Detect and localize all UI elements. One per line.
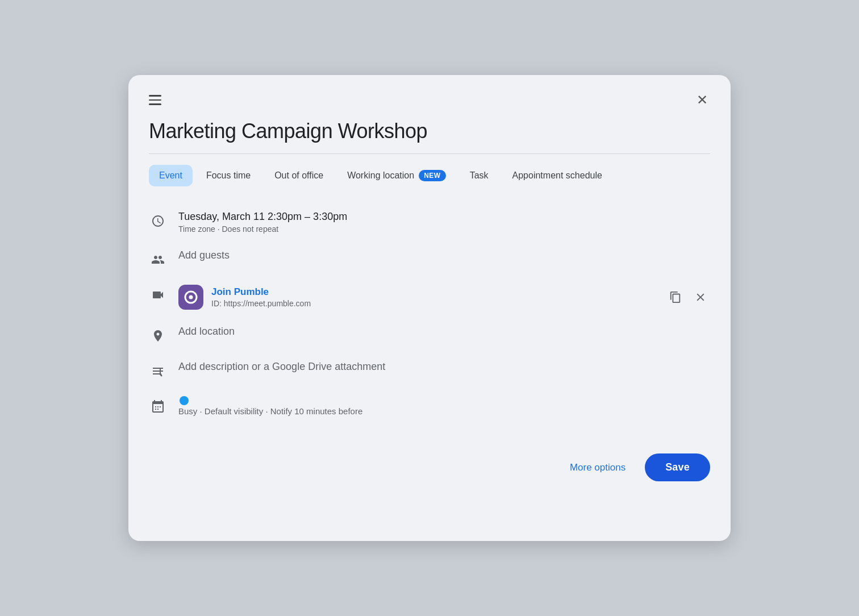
add-location-row: Add location [149, 318, 710, 353]
tab-working-location[interactable]: Working location NEW [337, 164, 456, 187]
event-title: Marketing Campaign Workshop [149, 119, 710, 143]
close-button[interactable]: ✕ [694, 91, 710, 109]
calendar-status-content[interactable]: Busy · Default visibility · Notify 10 mi… [178, 396, 710, 416]
event-creation-modal: ✕ Marketing Campaign Workshop Event Focu… [128, 75, 731, 541]
new-badge: NEW [419, 170, 446, 181]
tab-event[interactable]: Event [149, 165, 193, 186]
add-description-text: Add description or a Google Drive attach… [178, 361, 710, 373]
video-row: Join Pumble ID: https://meet.pumble.com [149, 277, 710, 318]
join-pumble-link[interactable]: Join Pumble [211, 286, 269, 297]
add-description-row: Add description or a Google Drive attach… [149, 353, 710, 388]
tabs-section: Event Focus time Out of office Working l… [128, 154, 731, 187]
svg-point-1 [189, 295, 193, 299]
pumble-logo [178, 285, 203, 310]
notification-dot [180, 396, 189, 405]
save-button[interactable]: Save [645, 453, 710, 481]
tab-out-of-office[interactable]: Out of office [264, 165, 333, 186]
join-pumble-id: ID: https://meet.pumble.com [211, 299, 311, 308]
add-location-text: Add location [178, 326, 710, 338]
title-section: Marketing Campaign Workshop [128, 109, 731, 143]
datetime-main: Tuesday, March 11 2:30pm – 3:30pm [178, 211, 710, 223]
copy-link-button[interactable] [666, 288, 685, 307]
modal-header: ✕ [128, 75, 731, 109]
notification-dot-wrapper [178, 396, 710, 405]
add-guests-row: Add guests [149, 242, 710, 277]
video-icon [149, 286, 167, 304]
more-options-button[interactable]: More options [561, 455, 635, 480]
calendar-status-text: Busy · Default visibility · Notify 10 mi… [178, 406, 710, 416]
calendar-status-row: Busy · Default visibility · Notify 10 mi… [149, 388, 710, 424]
pumble-info: Join Pumble ID: https://meet.pumble.com [211, 286, 311, 308]
video-left: Join Pumble ID: https://meet.pumble.com [178, 285, 311, 310]
calendar-icon [149, 397, 167, 415]
content-section: Tuesday, March 11 2:30pm – 3:30pm Time z… [128, 187, 731, 424]
tab-appointment-schedule[interactable]: Appointment schedule [502, 165, 612, 186]
location-icon [149, 327, 167, 345]
video-content: Join Pumble ID: https://meet.pumble.com [178, 285, 710, 310]
datetime-content[interactable]: Tuesday, March 11 2:30pm – 3:30pm Time z… [178, 211, 710, 234]
modal-footer: More options Save [128, 433, 731, 500]
remove-video-button[interactable] [691, 288, 710, 307]
add-guests-content[interactable]: Add guests [178, 249, 710, 261]
clock-icon [149, 212, 167, 230]
tab-working-location-label: Working location [347, 170, 414, 181]
tab-task[interactable]: Task [460, 165, 499, 186]
datetime-row: Tuesday, March 11 2:30pm – 3:30pm Time z… [149, 203, 710, 242]
datetime-sub: Time zone · Does not repeat [178, 224, 710, 234]
description-icon [149, 362, 167, 380]
add-guests-text: Add guests [178, 249, 710, 261]
video-actions [666, 288, 710, 307]
add-description-content[interactable]: Add description or a Google Drive attach… [178, 361, 710, 373]
guests-icon [149, 251, 167, 269]
tab-focus-time[interactable]: Focus time [196, 165, 261, 186]
add-location-content[interactable]: Add location [178, 326, 710, 338]
hamburger-icon[interactable] [149, 95, 161, 105]
